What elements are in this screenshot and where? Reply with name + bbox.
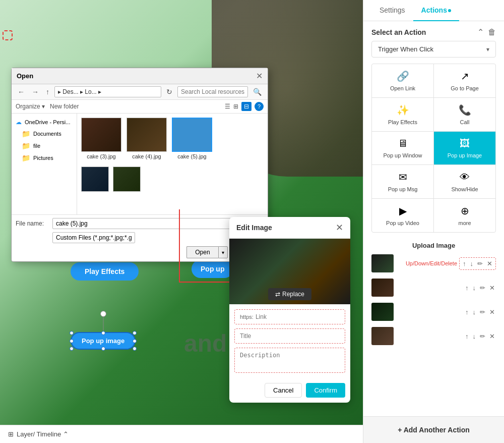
image-up-button-3[interactable]: ↑: [464, 307, 470, 317]
trigger-dropdown[interactable]: Trigger When Click ▾: [371, 41, 496, 58]
description-input[interactable]: [234, 348, 345, 373]
action-item-more[interactable]: ⊕ more: [434, 199, 495, 232]
replace-label: Replace: [282, 291, 304, 298]
image-delete-button-3[interactable]: ✕: [488, 307, 496, 317]
popup-image-button-selected[interactable]: Pop up image: [71, 332, 136, 350]
collapse-icon-button[interactable]: ⌃: [477, 27, 484, 37]
action-item-show-hide[interactable]: 👁 Show/Hide: [434, 165, 495, 198]
file-item-cake5[interactable]: cake (5).jpg: [172, 118, 212, 159]
sidebar-file[interactable]: 📁 file: [12, 140, 77, 152]
canvas-button-popup-partial: Pop up: [192, 260, 233, 278]
nav-up-button[interactable]: ↑: [44, 87, 51, 97]
action-item-open-link[interactable]: 🔗 Open Link: [372, 64, 433, 97]
cake4-label: cake (4).jpg: [132, 153, 161, 159]
open-button[interactable]: Open: [186, 246, 218, 258]
image-down-button-4[interactable]: ↓: [472, 331, 477, 341]
nav-refresh-button[interactable]: ↻: [164, 87, 174, 97]
file-item-cake4[interactable]: cake (4).jpg: [127, 118, 167, 159]
edit-confirm-button[interactable]: Confirm: [306, 383, 345, 398]
canvas-area: Phone Call Pop up Window Play Effects Po…: [0, 0, 363, 443]
play-effects-button[interactable]: Play Effects: [71, 262, 139, 281]
dialog-title: Open: [17, 72, 33, 80]
nav-back-button[interactable]: ←: [16, 87, 27, 97]
play-effects-icon: ✨: [397, 104, 409, 116]
small-thumb-2[interactable]: [113, 167, 141, 192]
add-another-action-button[interactable]: + Add Another Action: [363, 416, 504, 443]
dialog-options-left: Organize ▾ New folder: [16, 103, 79, 110]
image-edit-button-3[interactable]: ✏: [479, 307, 486, 317]
image-up-button-4[interactable]: ↑: [464, 331, 470, 341]
handle-ml[interactable]: [70, 339, 74, 343]
handle-mr[interactable]: [133, 339, 137, 343]
folder-icon-3: 📁: [22, 154, 30, 162]
image-delete-button-2[interactable]: ✕: [488, 283, 496, 293]
image-up-button-1[interactable]: ↑: [462, 259, 467, 268]
image-down-button-2[interactable]: ↓: [472, 283, 477, 293]
cake5-label: cake (5).jpg: [177, 153, 206, 159]
handle-bl[interactable]: [70, 347, 74, 351]
edit-cancel-button[interactable]: Cancel: [265, 383, 302, 398]
dialog-path[interactable]: ▸ Des... ▸ Lo... ▸: [54, 86, 161, 97]
image-delete-button-4[interactable]: ✕: [488, 331, 496, 341]
help-button[interactable]: ?: [255, 102, 264, 111]
sidebar-documents[interactable]: 📁 Documents: [12, 128, 77, 140]
image-row-2-actions: ↑ ↓ ✏ ✕: [464, 283, 496, 293]
tab-settings[interactable]: Settings: [371, 0, 413, 21]
call-label: Call: [460, 119, 470, 125]
search-button[interactable]: 🔍: [251, 87, 264, 97]
action-item-popup-window[interactable]: 🖥 Pop up Window: [372, 132, 433, 164]
title-input[interactable]: [234, 328, 345, 344]
image-edit-button-2[interactable]: ✏: [479, 283, 486, 293]
view-grid-button[interactable]: ⊞: [233, 102, 238, 111]
image-list: Up/Down/Edit/Delete ↑ ↓ ✏ ✕ ↑ ↓ ✏ ✕: [371, 252, 496, 347]
dialog-body: ☁ OneDrive - Persi... 📁 Documents 📁 file…: [12, 114, 268, 214]
actions-tab-label: Actions: [421, 6, 447, 14]
image-edit-button-4[interactable]: ✏: [479, 331, 486, 341]
link-prefix: https:: [240, 314, 254, 320]
action-item-popup-image[interactable]: 🖼 Pop up Image: [434, 132, 495, 164]
link-input[interactable]: [256, 313, 340, 320]
image-row-3: ↑ ↓ ✏ ✕: [371, 301, 496, 323]
image-delete-button-1[interactable]: ✕: [486, 259, 493, 268]
handle-tm[interactable]: [101, 331, 105, 335]
action-item-go-to-page[interactable]: ↗ Go to Page: [434, 64, 495, 97]
action-item-play-effects[interactable]: ✨ Play Effects: [372, 98, 433, 131]
action-item-call[interactable]: 📞 Call: [434, 98, 495, 131]
handle-tl[interactable]: [70, 331, 74, 335]
view-list-button[interactable]: ☰: [225, 102, 230, 111]
image-down-button-3[interactable]: ↓: [472, 307, 477, 317]
open-arrow-button[interactable]: ▾: [218, 246, 228, 258]
new-folder-button[interactable]: New folder: [50, 103, 79, 110]
view-details-button[interactable]: ⊟: [241, 102, 251, 111]
sidebar-onedrive[interactable]: ☁ OneDrive - Persi...: [12, 117, 77, 128]
call-icon: 📞: [459, 104, 471, 116]
edit-image-header: Edit Image ✕: [229, 217, 350, 239]
action-item-popup-video[interactable]: ▶ Pop up Video: [372, 199, 433, 232]
handle-bm[interactable]: [101, 347, 105, 351]
tab-actions[interactable]: Actions: [413, 0, 459, 21]
image-row-3-actions: ↑ ↓ ✏ ✕: [464, 307, 496, 317]
upload-image-title: Upload Image: [371, 239, 496, 252]
action-item-popup-msg[interactable]: ✉ Pop up Msg: [372, 165, 433, 198]
image-thumb-3: [371, 303, 394, 321]
replace-button[interactable]: ⇄ Replace: [268, 288, 311, 300]
search-input[interactable]: [177, 86, 248, 97]
image-down-button-1[interactable]: ↓: [469, 259, 475, 268]
open-button-group: Open ▾: [186, 246, 227, 258]
sidebar-pictures[interactable]: 📁 Pictures: [12, 152, 77, 164]
file-item-cake3[interactable]: cake (3).jpg: [81, 118, 121, 159]
image-up-button-2[interactable]: ↑: [464, 283, 470, 293]
image-row-1-actions: Up/Down/Edit/Delete ↑ ↓ ✏ ✕: [406, 257, 496, 270]
footer-buttons: Open ▾ Cancel: [16, 246, 264, 258]
nav-forward-button[interactable]: →: [30, 87, 41, 97]
dialog-close-button[interactable]: ✕: [256, 71, 263, 81]
delete-action-button[interactable]: 🗑: [488, 27, 496, 37]
onedrive-label: OneDrive - Persi...: [25, 119, 70, 125]
edit-close-button[interactable]: ✕: [336, 222, 343, 233]
red-line-vertical: [179, 209, 180, 283]
image-edit-button-1[interactable]: ✏: [476, 259, 484, 268]
popup-partial-button[interactable]: Pop up: [192, 260, 233, 278]
filetype-input[interactable]: [52, 232, 135, 243]
small-thumb-1[interactable]: [81, 167, 109, 192]
organize-button[interactable]: Organize ▾: [16, 103, 45, 110]
